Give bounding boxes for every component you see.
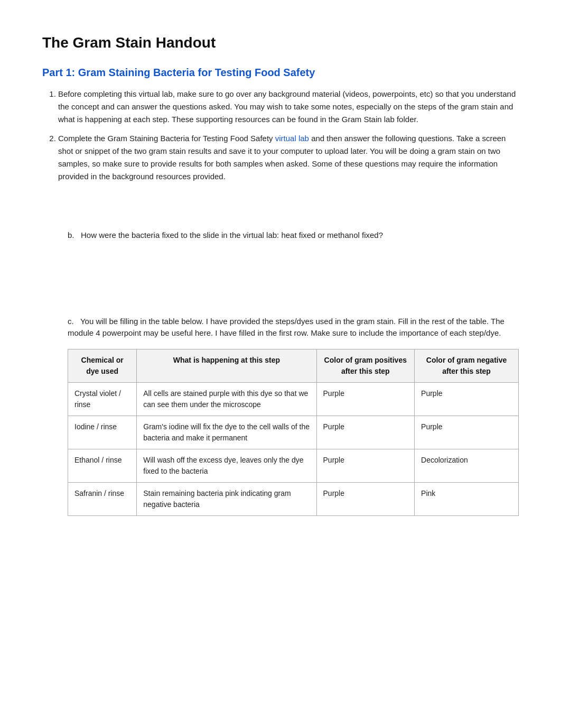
cell-gram-positive: Purple [316,382,415,416]
cell-chemical: Iodine / rinse [68,416,137,449]
cell-gram-negative: Pink [415,482,519,515]
section-c: c. You will be filling in the table belo… [68,316,519,516]
virtual-lab-link[interactable]: virtual lab [275,134,309,143]
section-c-intro: c. You will be filling in the table belo… [68,316,519,339]
instruction-1-text: Before completing this virtual lab, make… [58,89,516,124]
cell-gram-positive: Purple [316,416,415,449]
table-row: Iodine / rinseGram's iodine will fix the… [68,416,519,449]
instruction-item-1: Before completing this virtual lab, make… [58,88,519,126]
cell-gram-positive: Purple [316,482,415,515]
cell-happening: Stain remaining bacteria pink indicating… [137,482,316,515]
instruction-item-2: Complete the Gram Staining Bacteria for … [58,132,519,183]
col-header-happening: What is happening at this step [137,349,316,382]
section-c-intro-text: You will be filling in the table below. … [68,317,504,338]
instruction-2-before: Complete the Gram Staining Bacteria for … [58,134,275,143]
spacer-1 [42,192,519,214]
section-b-question: How were the bacteria fixed to the slide… [81,231,383,239]
cell-gram-positive: Purple [316,449,415,482]
cell-chemical: Ethanol / rinse [68,449,137,482]
instructions-list: Before completing this virtual lab, make… [58,88,519,183]
cell-gram-negative: Decolorization [415,449,519,482]
spacer-3 [42,279,519,300]
cell-chemical: Crystal violet / rinse [68,382,137,416]
section-b: b. How were the bacteria fixed to the sl… [68,229,519,242]
col-header-chemical: Chemical or dye used [68,349,137,382]
section-b-content: b. How were the bacteria fixed to the sl… [68,229,519,242]
table-row: Crystal violet / rinseAll cells are stai… [68,382,519,416]
cell-chemical: Safranin / rinse [68,482,137,515]
table-row: Safranin / rinseStain remaining bacteria… [68,482,519,515]
cell-happening: All cells are stained purple with this d… [137,382,316,416]
cell-happening: Gram's iodine will fix the dye to the ce… [137,416,316,449]
gram-stain-table: Chemical or dye used What is happening a… [68,349,519,516]
col-header-gram-positive: Color of gram positives after this step [316,349,415,382]
cell-gram-negative: Purple [415,416,519,449]
table-header-row: Chemical or dye used What is happening a… [68,349,519,382]
part1-heading: Part 1: Gram Staining Bacteria for Testi… [42,64,519,80]
section-b-label: b. [68,231,74,239]
page-title: The Gram Stain Handout [42,32,519,54]
section-c-label: c. [68,317,74,326]
table-row: Ethanol / rinseWill wash off the excess … [68,449,519,482]
col-header-gram-negative: Color of gram negative after this step [415,349,519,382]
cell-gram-negative: Purple [415,382,519,416]
cell-happening: Will wash off the excess dye, leaves onl… [137,449,316,482]
spacer-2 [42,257,519,279]
